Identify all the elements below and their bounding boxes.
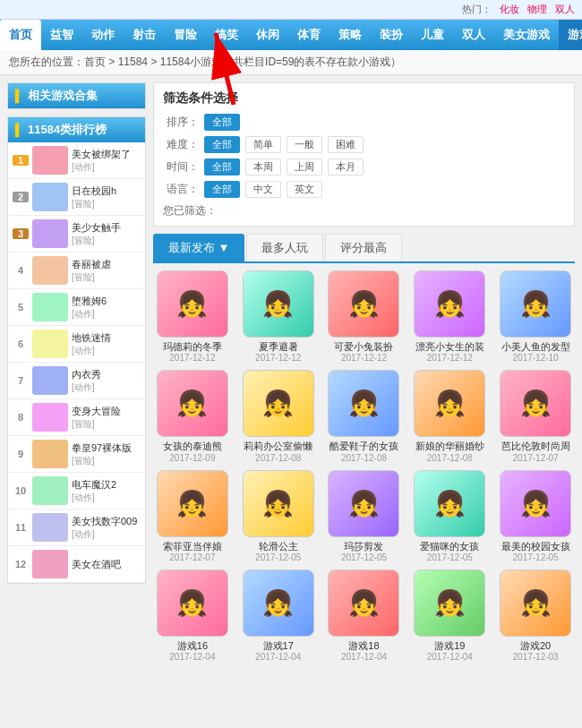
hot-link-makeup[interactable]: 化妆	[500, 4, 519, 14]
game-thumbnail: 👧	[414, 270, 485, 338]
game-item[interactable]: 👧游戏192017-12-04	[410, 570, 489, 662]
tab-rated[interactable]: 评分最高	[325, 234, 402, 261]
game-item[interactable]: 👧爱猫咪的女孩2017-12-05	[410, 470, 489, 562]
filter-label-sort: 排序：	[163, 115, 199, 130]
rank-number: 12	[13, 559, 29, 570]
rank-item[interactable]: 3美少女触手[冒险]	[8, 216, 145, 253]
nav-action[interactable]: 动作	[82, 20, 124, 50]
game-date: 2017-12-05	[239, 552, 318, 562]
game-item[interactable]: 👧可爱小兔装扮2017-12-12	[325, 270, 404, 363]
game-item[interactable]: 👧芭比伦敦时尚周2017-12-07	[496, 370, 575, 462]
nav-strategy[interactable]: 策略	[330, 20, 371, 50]
nav-adventure[interactable]: 冒险	[165, 20, 206, 50]
nav-dress[interactable]: 装扮	[371, 20, 412, 50]
rank-item[interactable]: 11美女找数字009[动作]	[8, 510, 145, 546]
filter-row-lang: 语言： 全部 中文 英文	[163, 181, 565, 198]
rank-item[interactable]: 12美女在酒吧	[8, 546, 145, 583]
game-item[interactable]: 👧玛莎剪发2017-12-05	[325, 470, 404, 562]
rank-thumbnail	[32, 330, 68, 358]
rank-info: 拳皇97裸体版[冒险]	[72, 441, 141, 467]
filter-btn-english[interactable]: 英文	[287, 181, 322, 198]
filter-btn-all-sort[interactable]: 全部	[204, 114, 240, 131]
filter-btn-all-time[interactable]: 全部	[204, 158, 240, 176]
filter-btn-easy[interactable]: 简单	[245, 136, 281, 153]
game-item[interactable]: 👧游戏162017-12-04	[153, 570, 232, 662]
nav-funny[interactable]: 搞笑	[206, 20, 247, 50]
rank-thumbnail	[32, 366, 68, 395]
tabs-bar: 最新发布 ▼ 最多人玩 评分最高	[153, 234, 575, 263]
game-date: 2017-12-04	[153, 652, 232, 662]
rank-item[interactable]: 4春丽被虐[冒险]	[8, 253, 145, 289]
game-item[interactable]: 👧游戏202017-12-03	[496, 570, 575, 662]
nav-shoot[interactable]: 射击	[124, 20, 165, 50]
filter-btn-normal[interactable]: 一般	[287, 136, 322, 153]
rank-item[interactable]: 2日在校园h[冒险]	[8, 179, 145, 216]
rank-thumbnail	[32, 219, 68, 248]
rank-info: 电车魔汉2[动作]	[72, 478, 141, 504]
game-item[interactable]: 👧莉莉办公室偷懒2017-12-08	[239, 370, 318, 462]
hot-link-physics[interactable]: 物理	[527, 4, 547, 14]
rank-item[interactable]: 10电车魔汉2[动作]	[8, 473, 145, 510]
rank-tag: [动作]	[72, 345, 141, 357]
game-item[interactable]: 👧索菲亚当伴娘2017-12-07	[153, 470, 232, 562]
game-thumbnail: 👧	[414, 470, 485, 537]
rank-item[interactable]: 7内衣秀[动作]	[8, 363, 145, 399]
game-title: 漂亮小女生的装	[410, 340, 489, 353]
filter-btn-hard[interactable]: 困难	[328, 136, 364, 153]
nav-beauty[interactable]: 美女游戏	[494, 20, 559, 50]
rank-item[interactable]: 5堕雅姆6[动作]	[8, 289, 145, 326]
nav-casual[interactable]: 休闲	[247, 20, 288, 50]
filter-btn-all-lang[interactable]: 全部	[204, 181, 240, 198]
tab-newest[interactable]: 最新发布 ▼	[153, 234, 244, 261]
rank-name: 美女找数字009	[72, 515, 141, 528]
game-item[interactable]: 👧新娘的华丽婚纱2017-12-08	[410, 370, 489, 462]
nav-collection[interactable]: 游戏合集	[559, 20, 582, 50]
game-item[interactable]: 👧最美的校园女孩2017-12-05	[496, 470, 575, 562]
game-title: 游戏19	[410, 639, 489, 652]
filter-btn-thismonth[interactable]: 本月	[328, 158, 364, 176]
game-title: 游戏20	[496, 639, 575, 652]
rank-item[interactable]: 6地铁迷情[动作]	[8, 326, 145, 363]
game-item[interactable]: 👧漂亮小女生的装2017-12-12	[410, 270, 489, 363]
game-item[interactable]: 👧酷爱鞋子的女孩2017-12-08	[325, 370, 404, 462]
filter-btn-all-diff[interactable]: 全部	[204, 136, 240, 153]
game-title: 游戏16	[153, 639, 232, 652]
rank-thumbnail	[32, 293, 68, 321]
filter-btn-chinese[interactable]: 中文	[245, 181, 281, 198]
hot-link-twoplayer[interactable]: 双人	[555, 4, 575, 14]
rank-tag: [冒险]	[72, 455, 141, 467]
nav-home[interactable]: 首页	[0, 20, 41, 50]
nav-twoplayer[interactable]: 双人	[453, 20, 494, 50]
rank-name: 美女在酒吧	[72, 558, 141, 571]
rank-item[interactable]: 8变身大冒险[冒险]	[8, 399, 145, 436]
breadcrumb: 您所在的位置：首页 > 11584 > 11584小游戏（共栏目ID=59的表不…	[0, 50, 582, 75]
rank-item[interactable]: 1美女被绑架了[动作]	[8, 142, 145, 179]
rank-list: 1美女被绑架了[动作]2日在校园h[冒险]3美少女触手[冒险]4春丽被虐[冒险]…	[8, 142, 145, 583]
game-thumbnail: 👧	[328, 470, 399, 537]
game-date: 2017-12-05	[410, 552, 489, 562]
game-item[interactable]: 👧女孩的泰迪熊2017-12-09	[153, 370, 232, 462]
sidebar-rank: 11584类排行榜 1美女被绑架了[动作]2日在校园h[冒险]3美少女触手[冒险…	[7, 116, 146, 584]
nav-kids[interactable]: 儿童	[412, 20, 453, 50]
game-title: 最美的校园女孩	[496, 540, 575, 552]
game-title: 夏季避暑	[239, 340, 318, 353]
game-item[interactable]: 👧小美人鱼的发型2017-12-10	[496, 270, 575, 363]
game-title: 可爱小兔装扮	[325, 340, 404, 353]
filter-btn-thisweek[interactable]: 本周	[245, 158, 281, 176]
game-thumbnail: 👧	[157, 370, 228, 437]
rank-name: 春丽被虐	[72, 258, 141, 271]
game-item[interactable]: 👧游戏182017-12-04	[325, 570, 404, 662]
rank-item[interactable]: 9拳皇97裸体版[冒险]	[8, 436, 145, 473]
filter-btn-lastweek[interactable]: 上周	[287, 158, 322, 176]
game-item[interactable]: 👧玛德莉的冬季2017-12-12	[153, 270, 232, 363]
tab-popular[interactable]: 最多人玩	[246, 234, 323, 261]
game-item[interactable]: 👧轮滑公主2017-12-05	[239, 470, 318, 562]
nav-sports[interactable]: 体育	[288, 20, 330, 50]
nav-puzzle[interactable]: 益智	[41, 20, 82, 50]
filter-label-lang: 语言：	[163, 182, 199, 197]
rank-name: 美女被绑架了	[72, 148, 141, 161]
game-item[interactable]: 👧游戏172017-12-04	[239, 570, 318, 662]
filter-options-difficulty: 全部 简单 一般 困难	[204, 136, 364, 153]
game-item[interactable]: 👧夏季避暑2017-12-12	[239, 270, 318, 363]
rank-number: 2	[13, 192, 29, 202]
